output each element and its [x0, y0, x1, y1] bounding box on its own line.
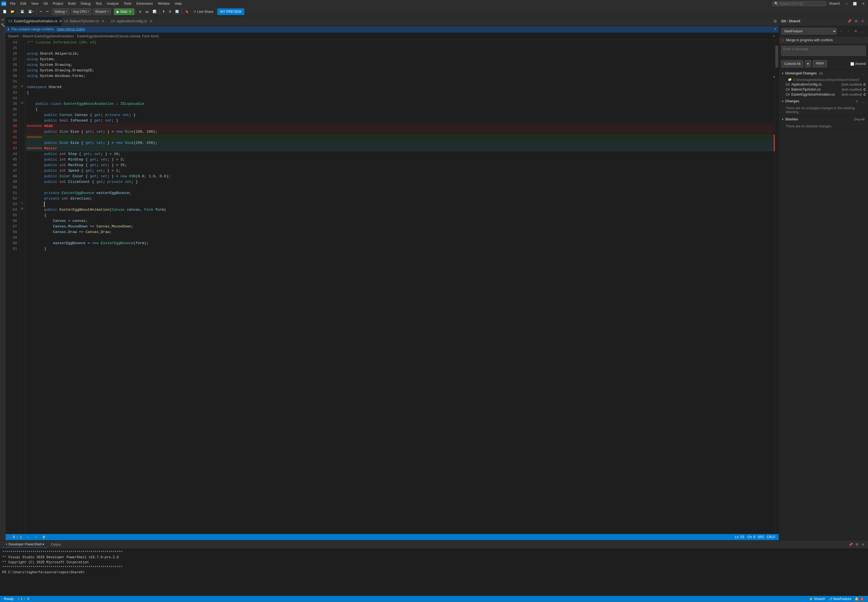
save-button[interactable]: 💾	[19, 9, 26, 14]
git-fetch-toolbar[interactable]: 🔄	[174, 9, 181, 14]
code-line-58: Canvas.Draw += Canvas_Draw;	[26, 229, 774, 235]
final-ready[interactable]: Ready	[2, 596, 15, 602]
tab-balloon-tip[interactable]: C# BalloonTipAction.cs ✕	[62, 16, 108, 26]
panel-pin-btn[interactable]: 📌	[848, 542, 854, 547]
git-panel-settings[interactable]: ⚙	[853, 18, 859, 24]
save-all-button[interactable]: 💾+	[26, 9, 35, 14]
tab-settings-btn[interactable]: ⚙	[772, 16, 779, 26]
git-message-input[interactable]	[781, 46, 866, 56]
status-nav-back[interactable]: ←	[25, 535, 31, 539]
git-more-btn[interactable]: …	[860, 28, 866, 34]
git-pull-btn[interactable]: ↑	[845, 28, 851, 34]
menu-git[interactable]: Git	[41, 1, 50, 6]
tab-close-3[interactable]: ✕	[149, 19, 153, 23]
code-content[interactable]: /** License Information (GPL v3) using S…	[25, 40, 775, 534]
git-push-toolbar[interactable]: ⬆	[161, 9, 166, 14]
abort-button[interactable]: Abort	[813, 60, 827, 68]
git-fetch-btn[interactable]: ↓	[838, 28, 844, 34]
open-merge-editor-link[interactable]: Open Merge Editor	[57, 27, 85, 31]
int-preview-button[interactable]: INT PREVIEW	[217, 8, 245, 15]
project-dropdown[interactable]: ShareX ▼	[93, 8, 111, 15]
status-position[interactable]: Ln: 53 Ch: 9	[734, 535, 756, 539]
menu-file[interactable]: File	[8, 1, 18, 6]
menu-analyze[interactable]: Analyze	[105, 1, 121, 6]
editor-scrollbar-thumb[interactable]	[776, 45, 778, 68]
status-encoding[interactable]: SPC	[756, 535, 766, 539]
menu-help[interactable]: Help	[172, 1, 184, 6]
breadcrumb-namespace[interactable]: ShareX.EasterEggAboutAnimation	[22, 34, 74, 38]
menu-window[interactable]: Window	[155, 1, 172, 6]
git-panel-pin[interactable]: 📌	[846, 18, 853, 24]
breadcrumb-project[interactable]: ShareX	[8, 34, 19, 38]
undo-button[interactable]: ↩	[38, 9, 44, 14]
tab-app-config[interactable]: C# ApplicationConfig.cs ✕	[108, 16, 156, 26]
final-branch-sharex[interactable]: ⚡ ShareX	[807, 596, 827, 602]
git-branch-select[interactable]: NewFeature	[781, 28, 837, 35]
stashes-header[interactable]: ▼ Stashes Drop All	[779, 115, 868, 123]
amend-check[interactable]	[850, 62, 854, 66]
git-sync-btn[interactable]: ⟲	[853, 28, 859, 34]
step-over-button[interactable]: ⏭	[144, 9, 150, 14]
restore-button[interactable]: ⬜	[851, 0, 859, 7]
status-eol[interactable]: CRLF	[766, 535, 777, 539]
commit-dropdown-button[interactable]: ▼	[805, 60, 811, 68]
panel-close-btn[interactable]: ✕	[860, 542, 866, 547]
git-pull-toolbar[interactable]: ⬇	[167, 9, 173, 14]
final-notif[interactable]: 🔔 3	[853, 596, 866, 602]
status-git-status[interactable]: ⚡	[41, 535, 47, 539]
terminal-content[interactable]: ****************************************…	[0, 549, 868, 596]
git-file-balloon-tip[interactable]: C# BalloonTipAction.cs [both modified] C	[779, 87, 868, 92]
final-errors[interactable]: ✕ 1 ⚠ 3	[15, 596, 31, 602]
live-share-button[interactable]: ↗ Live Share	[191, 9, 215, 14]
code-line-59	[26, 235, 774, 241]
platform-dropdown[interactable]: Any CPU ▼	[71, 8, 91, 15]
breadcrumb-member[interactable]: EasterEggAboutAnimation(Canvas canvas, F…	[77, 34, 159, 38]
new-file-button[interactable]: 📄	[1, 9, 8, 14]
tab-developer-powershell[interactable]: + Developer PowerShell ▾	[2, 541, 48, 548]
unmerged-changes-header[interactable]: ▼ Unmerged Changes (3) …	[779, 69, 868, 77]
sidebar-server-icon[interactable]: ⇌	[0, 17, 5, 22]
panel-settings-btn[interactable]: ⚙	[854, 542, 860, 547]
close-button[interactable]: ✕	[860, 0, 867, 7]
unmerged-more-btn[interactable]: …	[860, 71, 866, 76]
amend-checkbox[interactable]: Amend	[850, 62, 866, 66]
status-errors[interactable]: ✕ 9 ⚠ 1	[8, 535, 23, 539]
commit-all-button[interactable]: Commit All	[781, 60, 803, 68]
breadcrumb-sep-2: ›	[75, 34, 76, 38]
menu-tools[interactable]: Tools	[121, 1, 134, 6]
tab-easter-egg[interactable]: C# EasterEggAboutAnimation.cs ✕	[6, 16, 62, 26]
final-branch-new-feature[interactable]: ⎇ NewFeature	[827, 596, 853, 602]
start-button[interactable]: ▶ Start ▼	[114, 8, 134, 15]
config-dropdown[interactable]: Debug ▼	[53, 8, 69, 15]
changes-more-btn[interactable]: …	[860, 98, 866, 104]
menu-debug[interactable]: Debug	[78, 1, 92, 6]
open-button[interactable]: 📂	[9, 9, 16, 14]
svg-text:VS: VS	[2, 2, 6, 6]
changes-add-btn[interactable]: +	[854, 98, 860, 104]
tab-output[interactable]: Output	[48, 542, 64, 548]
git-file-easter-egg[interactable]: C# EasterEggAboutAnimation.cs [both modi…	[779, 92, 868, 97]
menu-project[interactable]: Project	[51, 1, 65, 6]
tab-close-2[interactable]: ✕	[101, 19, 105, 23]
drop-all-btn[interactable]: Drop All	[853, 117, 866, 122]
sidebar-toolbox-icon[interactable]: 🔧	[0, 23, 5, 27]
editor-scrollbar[interactable]	[775, 40, 779, 534]
search-box: 🔍	[772, 1, 826, 6]
menu-view[interactable]: View	[29, 1, 41, 6]
menu-test[interactable]: Test	[94, 1, 104, 6]
git-file-app-config[interactable]: C# ApplicationConfig.cs [both modified] …	[779, 82, 868, 87]
changes-header[interactable]: ▼ Changes + …	[779, 97, 868, 105]
menu-edit[interactable]: Edit	[18, 1, 28, 6]
status-nav-forward[interactable]: →	[33, 535, 38, 539]
menu-extensions[interactable]: Extensions	[134, 1, 155, 6]
menu-build[interactable]: Build	[66, 1, 78, 6]
git-panel-close[interactable]: ✕	[860, 18, 866, 24]
minimize-button[interactable]: ─	[843, 0, 850, 7]
diagnostics-button[interactable]: 📊	[151, 9, 158, 14]
breakpoint-button[interactable]: ⏸	[137, 9, 143, 14]
breadcrumb-add-btn[interactable]: +	[771, 34, 777, 39]
redo-button[interactable]: ↪	[45, 9, 50, 14]
bookmark-button[interactable]: 🔖	[183, 9, 191, 14]
search-input[interactable]	[780, 2, 824, 6]
merge-warning-close[interactable]: ✕	[774, 27, 777, 31]
